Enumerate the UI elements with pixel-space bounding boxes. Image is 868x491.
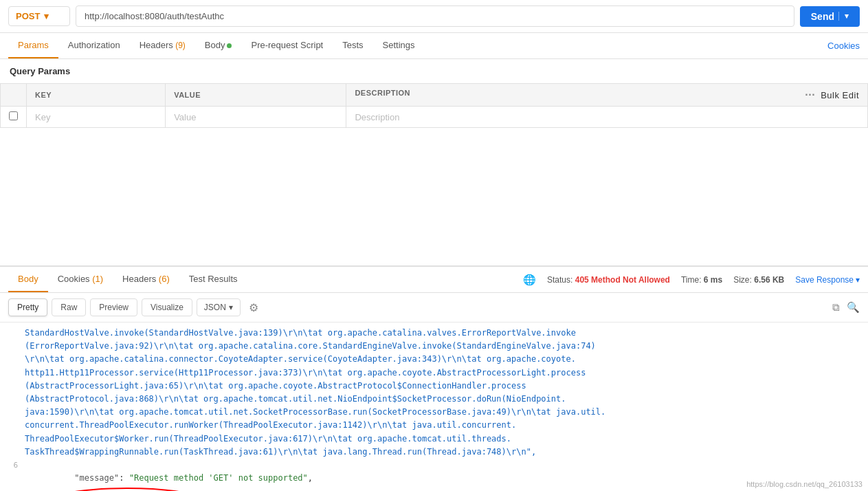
table-row: Key Value Description <box>1 107 868 128</box>
send-button[interactable]: Send ▾ <box>800 6 860 27</box>
url-input[interactable] <box>76 6 794 27</box>
send-label: Send <box>811 11 834 22</box>
th-checkbox <box>1 84 27 107</box>
code-actions: ⧉ 🔍 <box>832 301 860 314</box>
code-line: ThreadPoolExecutor$Worker.run(ThreadPool… <box>0 433 865 446</box>
line-num-6: 6 <box>0 459 25 472</box>
code-line: TaskThread$WrappingRunnable.run(TaskThre… <box>0 446 865 459</box>
method-select[interactable]: POST ▾ <box>8 6 70 26</box>
preview-button[interactable]: Preview <box>90 298 137 316</box>
pretty-button[interactable]: Pretty <box>8 298 47 316</box>
format-select[interactable]: JSON ▾ <box>197 298 241 316</box>
status-code: 405 Method Not Allowed <box>575 275 670 285</box>
tab-params[interactable]: Params <box>8 33 58 58</box>
code-line: StandardHostValve.invoke(StandardHostVal… <box>0 327 865 340</box>
response-status-bar: 🌐 Status: 405 Method Not Allowed Time: 6… <box>523 274 860 286</box>
tab-tests[interactable]: Tests <box>333 33 372 58</box>
code-line: java:1590)\r\n\tat org.apache.tomcat.uti… <box>0 406 865 419</box>
query-params-title: Query Params <box>0 59 868 83</box>
send-chevron: ▾ <box>838 12 849 21</box>
top-bar: POST ▾ Send ▾ <box>0 0 868 33</box>
size-label: Size: 6.56 KB <box>733 275 784 285</box>
value-cell[interactable]: Value <box>166 107 346 128</box>
raw-button[interactable]: Raw <box>52 298 86 316</box>
time-label: Time: 6 ms <box>681 275 722 285</box>
code-line: (AbstractProtocol.java:868)\r\n\tat org.… <box>0 393 865 406</box>
search-icon[interactable]: 🔍 <box>847 301 860 314</box>
filter-icon[interactable]: ⚙ <box>249 301 258 314</box>
format-bar: Pretty Raw Preview Visualize JSON ▾ ⚙ ⧉ … <box>0 293 868 323</box>
format-chevron: ▾ <box>229 303 233 312</box>
response-tabs: Body Cookies (1) Headers (6) Test Result… <box>0 267 868 293</box>
code-line: \r\n\tat org.apache.catalina.connector.C… <box>0 353 865 366</box>
th-value: VALUE <box>166 84 346 107</box>
save-response-button[interactable]: Save Response ▾ <box>795 275 860 285</box>
tab-authorization[interactable]: Authorization <box>58 33 130 58</box>
request-tabs: Params Authorization Headers (9) Body Pr… <box>0 33 868 59</box>
tab-pre-request[interactable]: Pre-request Script <box>241 33 333 58</box>
visualize-button[interactable]: Visualize <box>142 298 192 316</box>
th-description: DESCRIPTION ··· Bulk Edit <box>346 84 868 107</box>
code-area: StandardHostValve.invoke(StandardHostVal… <box>0 323 865 491</box>
status-label: Status: 405 Method Not Allowed <box>547 275 670 285</box>
format-label: JSON <box>204 303 226 312</box>
params-table: KEY VALUE DESCRIPTION ··· Bulk Edit <box>0 83 868 128</box>
watermark: https://blog.csdn.net/qq_26103133 <box>746 480 863 488</box>
cookies-link[interactable]: Cookies <box>827 41 860 51</box>
code-scroll-area[interactable]: StandardHostValve.invoke(StandardHostVal… <box>0 323 868 491</box>
code-line: (AbstractProcessorLight.java:65)\r\n\tat… <box>0 380 865 393</box>
bulk-edit-button[interactable]: Bulk Edit <box>821 90 859 100</box>
resp-tab-headers[interactable]: Headers (6) <box>113 267 179 292</box>
query-params-section: Query Params KEY VALUE DESCRIPTION ··· B… <box>0 59 868 252</box>
resp-tab-cookies[interactable]: Cookies (1) <box>48 267 113 292</box>
tab-settings[interactable]: Settings <box>373 33 425 58</box>
key-cell[interactable]: Key <box>27 107 166 128</box>
desc-cell[interactable]: Description <box>346 107 868 128</box>
method-chevron: ▾ <box>44 11 49 21</box>
resp-tab-test-results[interactable]: Test Results <box>179 267 247 292</box>
more-icon[interactable]: ··· <box>805 89 815 101</box>
checkbox-input[interactable] <box>9 111 18 120</box>
resp-tab-body[interactable]: Body <box>8 267 48 292</box>
code-line: http11.Http11Processor.service(Http11Pro… <box>0 367 865 380</box>
copy-icon[interactable]: ⧉ <box>832 301 840 314</box>
code-line: (ErrorReportValve.java:92)\r\n\tat org.a… <box>0 340 865 353</box>
th-key: KEY <box>27 84 166 107</box>
code-line-6: 6 "message": "Request method 'GET' not s… <box>0 459 865 491</box>
method-label: POST <box>16 11 40 21</box>
response-section: Body Cookies (1) Headers (6) Test Result… <box>0 265 868 491</box>
code-line: concurrent.ThreadPoolExecutor.runWorker(… <box>0 419 865 432</box>
tab-body[interactable]: Body <box>195 33 242 58</box>
globe-icon: 🌐 <box>523 274 536 286</box>
tab-headers[interactable]: Headers (9) <box>130 33 195 58</box>
body-dot <box>227 43 232 48</box>
row-checkbox[interactable] <box>1 107 27 128</box>
